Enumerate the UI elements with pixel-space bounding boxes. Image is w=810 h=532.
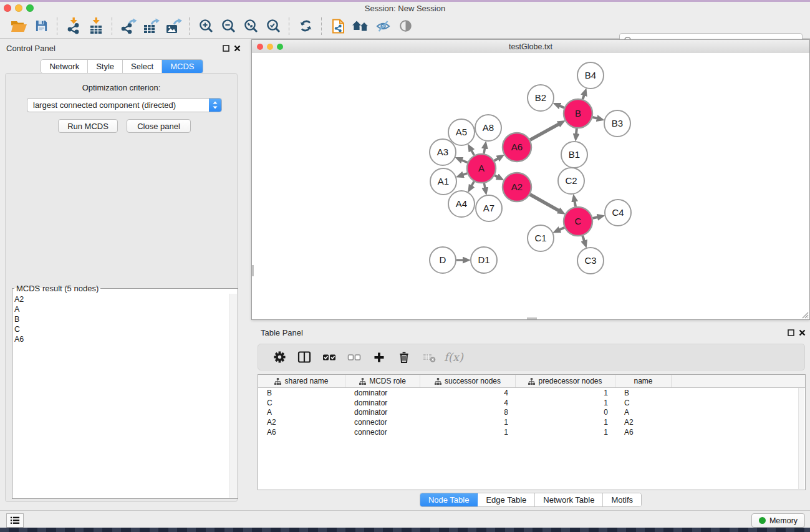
graph-node-A5[interactable]: A5 (448, 119, 475, 145)
table-tab-network-table[interactable]: Network Table (535, 493, 603, 506)
graph-edge-B-B3[interactable] (592, 117, 597, 118)
graph-edge-A-A1[interactable] (463, 173, 467, 175)
mcds-result-item[interactable]: B (14, 314, 229, 324)
mcds-result-item[interactable]: C (14, 324, 229, 334)
column-header-successor-nodes[interactable]: successor nodes (420, 375, 516, 387)
tab-style[interactable]: Style (88, 60, 123, 73)
resize-grip-icon[interactable] (801, 311, 809, 319)
graph-edge-A2-C[interactable] (530, 195, 559, 211)
graph-node-A4[interactable]: A4 (448, 191, 475, 217)
graph-edge-A-A8[interactable] (484, 148, 485, 154)
memory-button[interactable]: Memory (751, 513, 805, 528)
graph-node-B4[interactable]: B4 (577, 62, 604, 89)
table-scrollbar[interactable] (798, 388, 804, 489)
graph-node-C2[interactable]: C2 (558, 168, 584, 194)
graph-edge-A-A7[interactable] (484, 183, 485, 188)
graph-node-B2[interactable]: B2 (528, 85, 554, 111)
graph-edge-B-B2[interactable] (559, 106, 564, 108)
network-vertical-scroll-nub[interactable] (252, 265, 254, 276)
float-table-panel-icon[interactable] (787, 329, 795, 337)
float-panel-icon[interactable] (222, 44, 230, 52)
criterion-select[interactable]: largest connected component (directed) (27, 98, 222, 112)
save-session-button[interactable] (30, 16, 52, 37)
open-file-button[interactable] (7, 16, 30, 37)
graph-node-A8[interactable]: A8 (475, 115, 501, 141)
graph-node-B[interactable]: B (564, 99, 592, 128)
column-header-shared-name[interactable]: shared name (258, 375, 345, 387)
graph-edge-C-C3[interactable] (582, 236, 584, 241)
graph-edge-C-C4[interactable] (592, 217, 597, 218)
session-panel-button[interactable] (327, 16, 349, 37)
graph-node-C1[interactable]: C1 (528, 225, 554, 251)
run-mcds-button[interactable]: Run MCDS (58, 119, 118, 133)
delete-table-button[interactable] (417, 347, 441, 368)
graph-node-A2[interactable]: A2 (503, 173, 531, 201)
zoom-in-button[interactable] (195, 16, 217, 37)
refresh-button[interactable] (294, 16, 317, 37)
mcds-result-item[interactable]: A6 (14, 334, 229, 344)
graph-edge-A-A3[interactable] (461, 160, 467, 163)
graph-node-B1[interactable]: B1 (561, 142, 587, 168)
graph-edge-C-C1[interactable] (559, 228, 564, 230)
column-header-mcds-role[interactable]: MCDS role (345, 375, 420, 387)
graph-edge-A-A4[interactable] (471, 181, 474, 186)
graph-edge-B-B1[interactable] (576, 128, 577, 134)
graph-edge-C-C2[interactable] (575, 201, 576, 207)
export-image-button[interactable] (162, 16, 185, 37)
table-row[interactable]: Cdominator41C (258, 398, 805, 408)
home-button[interactable] (349, 16, 372, 37)
select-all-button[interactable] (317, 347, 342, 368)
close-panel-button[interactable]: Close panel (127, 119, 191, 133)
tab-select[interactable]: Select (123, 60, 162, 73)
zoom-out-button[interactable] (217, 16, 239, 37)
mcds-result-item[interactable]: A (14, 304, 229, 314)
tab-network[interactable]: Network (41, 60, 88, 73)
delete-column-button[interactable] (392, 347, 417, 368)
graph-edge-A-A6[interactable] (494, 158, 498, 161)
split-view-button[interactable] (292, 347, 317, 368)
table-tab-edge-table[interactable]: Edge Table (478, 493, 535, 506)
graph-node-C3[interactable]: C3 (577, 248, 604, 274)
graph-node-A3[interactable]: A3 (430, 139, 456, 165)
table-row[interactable]: A6connector11A6 (258, 427, 805, 437)
graph-node-C4[interactable]: C4 (605, 200, 631, 226)
graph-node-D[interactable]: D (430, 247, 456, 273)
table-settings-button[interactable] (267, 347, 292, 368)
zoom-selected-button[interactable] (262, 16, 284, 37)
graph-edge-A6-B[interactable] (530, 124, 559, 140)
toggle-hidden-button[interactable] (372, 16, 394, 37)
graph-edge-B-B4[interactable] (582, 95, 584, 99)
close-table-panel-icon[interactable] (798, 329, 806, 337)
zoom-fit-button[interactable] (239, 16, 262, 37)
graph-node-B3[interactable]: B3 (604, 110, 630, 137)
table-row[interactable]: Bdominator41B (258, 388, 805, 398)
graph-node-C[interactable]: C (564, 207, 592, 236)
graph-node-A6[interactable]: A6 (503, 133, 531, 162)
graph-edge-A-A2[interactable] (494, 175, 498, 177)
network-horizontal-scroll-nub[interactable] (527, 317, 537, 319)
function-builder-button[interactable]: f(x) (441, 347, 466, 368)
network-canvas-svg[interactable]: AA1A2A3A4A5A6A7A8BB1B2B3B4CC1C2C3C4DD1 (252, 53, 809, 319)
import-network-button[interactable] (62, 16, 85, 37)
graph-node-A[interactable]: A (467, 154, 496, 183)
grayscale-button[interactable] (394, 16, 417, 37)
table-row[interactable]: A2connector11A2 (258, 417, 805, 427)
column-header-predecessor-nodes[interactable]: predecessor nodes (516, 375, 615, 387)
mcds-result-item[interactable]: A2 (14, 294, 229, 304)
export-table-button[interactable] (140, 16, 162, 37)
mcds-result-scrollbar[interactable] (229, 294, 237, 498)
graph-node-D1[interactable]: D1 (471, 247, 497, 273)
graph-node-A1[interactable]: A1 (430, 168, 456, 195)
tab-mcds[interactable]: MCDS (162, 60, 202, 73)
table-row[interactable]: Adominator80A (258, 407, 805, 417)
export-network-button[interactable] (117, 16, 140, 37)
import-table-button[interactable] (85, 16, 107, 37)
graph-node-A7[interactable]: A7 (476, 195, 502, 221)
deselect-all-button[interactable] (342, 347, 367, 368)
column-header-name[interactable]: name (615, 375, 672, 387)
table-tab-node-table[interactable]: Node Table (420, 493, 478, 506)
task-history-button[interactable] (6, 513, 24, 528)
add-column-button[interactable] (367, 347, 392, 368)
close-panel-icon[interactable] (233, 44, 241, 52)
table-tab-motifs[interactable]: Motifs (603, 493, 641, 506)
